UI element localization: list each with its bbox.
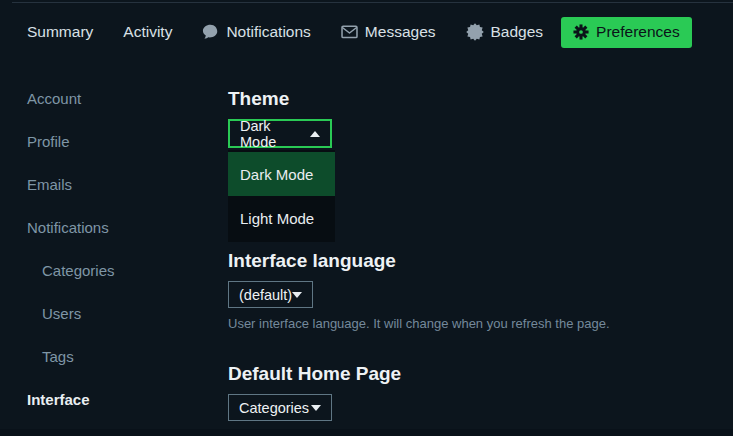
bottom-strip	[0, 429, 733, 436]
tab-summary[interactable]: Summary	[27, 23, 93, 41]
sidebar-item-tags[interactable]: Tags	[27, 348, 197, 365]
user-preferences-page: Summary Activity Notifications Messages …	[0, 0, 733, 436]
envelope-icon	[341, 25, 358, 39]
badge-seal-icon	[466, 23, 484, 41]
tab-messages[interactable]: Messages	[341, 23, 436, 41]
sidebar-item-profile[interactable]: Profile	[27, 133, 197, 150]
theme-heading: Theme	[228, 88, 718, 110]
tab-activity[interactable]: Activity	[123, 23, 172, 41]
theme-select[interactable]: Dark Mode	[228, 119, 332, 148]
interface-language-select-value: (default)	[239, 287, 292, 303]
caret-up-icon	[310, 131, 320, 137]
sidebar-item-account[interactable]: Account	[27, 90, 197, 107]
speech-bubble-icon	[202, 24, 219, 40]
tab-preferences[interactable]: Preferences	[561, 17, 692, 48]
tab-label: Badges	[491, 23, 544, 41]
theme-select-value: Dark Mode	[240, 118, 310, 150]
tab-badges[interactable]: Badges	[466, 23, 544, 41]
tab-label: Preferences	[596, 23, 680, 41]
tab-label: Messages	[365, 23, 436, 41]
default-home-page-heading: Default Home Page	[228, 363, 718, 385]
caret-down-icon	[311, 405, 321, 411]
tab-label: Notifications	[226, 23, 310, 41]
preferences-sidebar: Account Profile Emails Notifications Cat…	[27, 90, 197, 434]
interface-language-select[interactable]: (default)	[228, 281, 313, 308]
preferences-content: Theme Dark Mode Dark Mode Light Mode Int…	[228, 88, 718, 421]
default-home-page-select-value: Categories	[239, 400, 309, 416]
sidebar-item-interface[interactable]: Interface	[27, 391, 197, 408]
tab-notifications[interactable]: Notifications	[202, 23, 310, 41]
theme-option-light-mode[interactable]: Light Mode	[228, 196, 335, 240]
interface-language-help-text: User interface language. It will change …	[228, 317, 718, 331]
sidebar-item-users[interactable]: Users	[27, 305, 197, 322]
caret-down-icon	[292, 292, 302, 298]
sidebar-item-emails[interactable]: Emails	[27, 176, 197, 193]
theme-option-dark-mode[interactable]: Dark Mode	[228, 152, 335, 196]
interface-language-heading: Interface language	[228, 250, 718, 272]
user-nav: Summary Activity Notifications Messages …	[0, 0, 733, 64]
gear-icon	[573, 24, 589, 40]
theme-dropdown-panel: Dark Mode Light Mode	[228, 150, 335, 242]
default-home-page-select[interactable]: Categories	[228, 394, 332, 421]
sidebar-item-categories[interactable]: Categories	[27, 262, 197, 279]
sidebar-item-notifications[interactable]: Notifications	[27, 219, 197, 236]
